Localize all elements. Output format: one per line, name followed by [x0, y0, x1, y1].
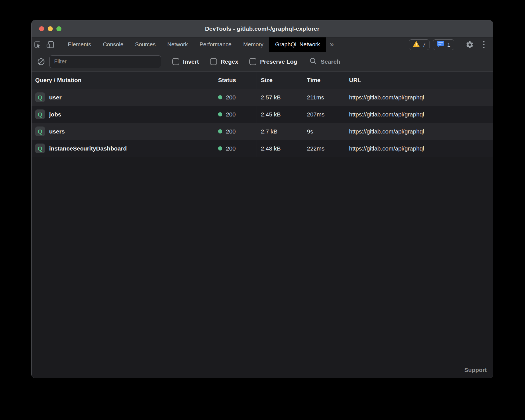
- issues-count: 1: [447, 41, 450, 48]
- toggle-device-toolbar-button[interactable]: [44, 37, 56, 52]
- table-header: Query / Mutation Status Size Time URL: [32, 71, 493, 89]
- tab-sources[interactable]: Sources: [129, 37, 161, 52]
- table-row[interactable]: Q jobs 200 2.45 kB 207ms https://gitlab.…: [32, 106, 493, 123]
- devtools-tab-bar: Elements Console Sources Network Perform…: [32, 37, 493, 52]
- issues-badge[interactable]: 1: [433, 39, 454, 50]
- status-dot: [218, 146, 222, 151]
- window-title: DevTools - gitlab.com/-/graphql-explorer: [205, 25, 319, 32]
- invert-checkbox[interactable]: Invert: [172, 58, 199, 65]
- device-toolbar-icon: [46, 40, 54, 49]
- status-dot: [218, 95, 222, 99]
- gear-icon: [466, 40, 474, 49]
- url-value: https://gitlab.com/api/graphql: [345, 106, 493, 123]
- time-value: 222ms: [303, 140, 345, 157]
- tab-graphql-network[interactable]: GraphQL Network: [269, 37, 326, 52]
- preserve-log-checkbox[interactable]: Preserve Log: [249, 58, 297, 65]
- column-header-query-mutation[interactable]: Query / Mutation: [32, 71, 214, 89]
- checkbox-box[interactable]: [249, 58, 256, 65]
- query-type-badge: Q: [35, 92, 45, 102]
- inspect-cursor-icon: [34, 41, 42, 49]
- query-name: users: [49, 128, 65, 135]
- search-button[interactable]: Search: [309, 57, 340, 66]
- status-code: 200: [226, 145, 236, 152]
- size-value: 2.48 kB: [257, 140, 303, 157]
- query-name: user: [49, 94, 61, 101]
- checkbox-label: Invert: [183, 58, 199, 65]
- support-link[interactable]: Support: [464, 367, 487, 373]
- column-header-status[interactable]: Status: [214, 71, 257, 89]
- toolbar-separator: [59, 41, 59, 49]
- table-row[interactable]: Q instanceSecurityDashboard 200 2.48 kB …: [32, 140, 493, 157]
- empty-content-area: Support: [32, 157, 493, 378]
- time-value: 9s: [303, 123, 345, 140]
- filter-toolbar: Invert Regex Preserve Log Search: [32, 52, 493, 71]
- status-code: 200: [226, 128, 236, 135]
- regex-checkbox[interactable]: Regex: [210, 58, 238, 65]
- title-bar: DevTools - gitlab.com/-/graphql-explorer: [32, 20, 493, 37]
- time-value: 207ms: [303, 106, 345, 123]
- status-code: 200: [226, 94, 236, 101]
- size-value: 2.7 kB: [257, 123, 303, 140]
- devtools-window: DevTools - gitlab.com/-/graphql-explorer: [31, 20, 493, 378]
- settings-button[interactable]: [464, 40, 476, 49]
- clear-block-icon[interactable]: [37, 58, 45, 66]
- url-value: https://gitlab.com/api/graphql: [345, 123, 493, 140]
- query-name: jobs: [49, 111, 61, 118]
- size-value: 2.45 kB: [257, 106, 303, 123]
- url-value: https://gitlab.com/api/graphql: [345, 140, 493, 157]
- tab-elements[interactable]: Elements: [62, 37, 97, 52]
- query-type-badge: Q: [35, 127, 45, 136]
- more-options-kebab-icon[interactable]: [479, 41, 488, 48]
- column-header-size[interactable]: Size: [257, 71, 303, 89]
- tab-network[interactable]: Network: [161, 37, 194, 52]
- toolbar-separator: [459, 41, 459, 49]
- warnings-badge[interactable]: 7: [409, 39, 430, 50]
- url-value: https://gitlab.com/api/graphql: [345, 89, 493, 106]
- checkbox-label: Preserve Log: [260, 58, 297, 65]
- column-header-time[interactable]: Time: [303, 71, 345, 89]
- size-value: 2.57 kB: [257, 89, 303, 106]
- close-window-button[interactable]: [39, 26, 44, 31]
- query-type-badge: Q: [35, 144, 45, 153]
- warning-icon: [413, 41, 420, 48]
- query-name: instanceSecurityDashboard: [49, 145, 127, 152]
- tab-memory[interactable]: Memory: [237, 37, 269, 52]
- message-bubble-icon: [437, 41, 444, 49]
- warning-count: 7: [423, 41, 426, 48]
- checkbox-label: Regex: [221, 58, 238, 65]
- inspect-element-button[interactable]: [32, 37, 44, 52]
- query-type-badge: Q: [35, 109, 45, 119]
- checkbox-box[interactable]: [172, 58, 179, 65]
- filter-input[interactable]: [49, 55, 161, 68]
- zoom-window-button[interactable]: [56, 26, 61, 31]
- status-dot: [218, 112, 222, 116]
- more-tabs-chevron-icon[interactable]: »: [326, 37, 338, 52]
- status-code: 200: [226, 111, 236, 118]
- search-label: Search: [321, 58, 340, 65]
- checkbox-box[interactable]: [210, 58, 217, 65]
- traffic-lights: [39, 20, 61, 37]
- status-dot: [218, 129, 222, 133]
- tab-console[interactable]: Console: [97, 37, 129, 52]
- search-icon: [309, 57, 317, 66]
- table-row[interactable]: Q user 200 2.57 kB 211ms https://gitlab.…: [32, 89, 493, 106]
- table-row[interactable]: Q users 200 2.7 kB 9s https://gitlab.com…: [32, 123, 493, 140]
- time-value: 211ms: [303, 89, 345, 106]
- tab-performance[interactable]: Performance: [194, 37, 238, 52]
- column-header-url[interactable]: URL: [345, 71, 493, 89]
- tabbar-right-controls: 7 1: [409, 37, 493, 52]
- minimize-window-button[interactable]: [48, 26, 53, 31]
